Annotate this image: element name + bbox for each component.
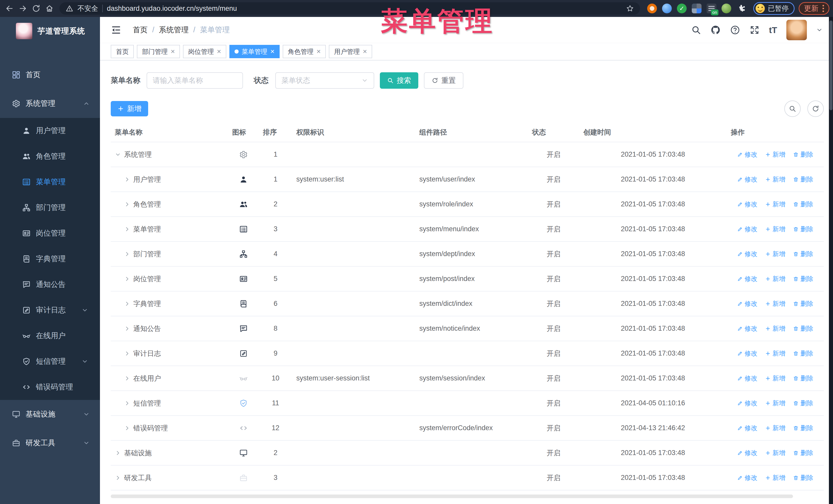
- sidebar-collapse-icon[interactable]: [111, 25, 121, 35]
- add-link[interactable]: 新增: [765, 349, 785, 358]
- delete-link[interactable]: 删除: [793, 349, 813, 358]
- breadcrumb-item[interactable]: 系统管理: [159, 25, 189, 35]
- table-row[interactable]: 在线用户10system:user-session:listsystem/ses…: [111, 366, 824, 391]
- edit-link[interactable]: 修改: [737, 449, 757, 457]
- table-row[interactable]: 通知公告8system/notice/index开启2021-01-05 17:…: [111, 316, 824, 341]
- table-row[interactable]: 部门管理4system/dept/index开启2021-01-05 17:03…: [111, 241, 824, 266]
- delete-link[interactable]: 删除: [793, 150, 813, 159]
- sidebar-item-6[interactable]: 通知公告: [0, 272, 100, 297]
- add-link[interactable]: 新增: [765, 474, 785, 482]
- bookmark-star-icon[interactable]: [626, 5, 634, 12]
- browser-reload-button[interactable]: [30, 3, 42, 14]
- sidebar-item-group-3[interactable]: 研发工具: [0, 429, 100, 457]
- table-row[interactable]: 系统管理1开启2021-01-05 17:03:48修改新增删除: [111, 142, 824, 167]
- add-link[interactable]: 新增: [765, 175, 785, 184]
- sidebar-item-8[interactable]: 在线用户: [0, 323, 100, 349]
- close-icon[interactable]: ×: [171, 48, 175, 55]
- add-link[interactable]: 新增: [765, 200, 785, 209]
- address-bar[interactable]: 不安全 dashboard.yudao.iocoder.cn/system/me…: [60, 2, 640, 15]
- ext-orange[interactable]: [647, 4, 657, 13]
- add-link[interactable]: 新增: [765, 399, 785, 407]
- ext-check[interactable]: ✓: [677, 4, 687, 13]
- ext-monkey[interactable]: [721, 4, 731, 13]
- add-link[interactable]: 新增: [765, 449, 785, 457]
- tab-角色管理[interactable]: 角色管理×: [283, 45, 326, 58]
- table-row[interactable]: 岗位管理5system/post/index开启2021-01-05 17:03…: [111, 266, 824, 291]
- chevron-down-icon[interactable]: [816, 27, 823, 33]
- sidebar-item-group-1[interactable]: 系统管理: [0, 89, 100, 118]
- sidebar-item-9[interactable]: 短信管理: [0, 349, 100, 374]
- delete-link[interactable]: 删除: [793, 299, 813, 308]
- search-button[interactable]: 搜索: [380, 72, 418, 89]
- delete-link[interactable]: 删除: [793, 175, 813, 184]
- delete-link[interactable]: 删除: [793, 424, 813, 432]
- sidebar-item-7[interactable]: 审计日志: [0, 297, 100, 323]
- table-row[interactable]: 研发工具3开启2021-01-05 17:03:48修改新增删除: [111, 465, 824, 490]
- browser-profile-chip[interactable]: 已暂停: [753, 2, 794, 15]
- page-scrollbar[interactable]: [829, 17, 833, 504]
- delete-link[interactable]: 删除: [793, 274, 813, 283]
- table-row[interactable]: 角色管理2system/role/index开启2021-01-05 17:03…: [111, 192, 824, 217]
- tab-用户管理[interactable]: 用户管理×: [329, 45, 372, 58]
- edit-link[interactable]: 修改: [737, 225, 757, 233]
- table-row[interactable]: 基础设施2开启2021-01-05 17:03:48修改新增删除: [111, 440, 824, 465]
- font-size-icon[interactable]: tT: [769, 25, 777, 35]
- edit-link[interactable]: 修改: [737, 175, 757, 184]
- table-row[interactable]: 用户管理1system:user:listsystem/user/index开启…: [111, 167, 824, 192]
- table-row[interactable]: 短信管理11开启2021-04-05 01:10:16修改新增删除: [111, 391, 824, 415]
- edit-link[interactable]: 修改: [737, 424, 757, 432]
- github-icon[interactable]: [711, 25, 721, 35]
- tab-菜单管理[interactable]: 菜单管理×: [230, 45, 280, 58]
- edit-link[interactable]: 修改: [737, 200, 757, 209]
- add-button[interactable]: 新增: [111, 101, 148, 116]
- delete-link[interactable]: 删除: [793, 324, 813, 333]
- edit-link[interactable]: 修改: [737, 374, 757, 383]
- sidebar-item-0[interactable]: 用户管理: [0, 118, 100, 144]
- add-link[interactable]: 新增: [765, 250, 785, 258]
- close-icon[interactable]: ×: [217, 48, 221, 55]
- sidebar-item-3[interactable]: 部门管理: [0, 195, 100, 220]
- refresh-table-button[interactable]: [807, 100, 824, 117]
- delete-link[interactable]: 删除: [793, 200, 813, 209]
- toggle-search-button[interactable]: [784, 100, 801, 117]
- tab-部门管理[interactable]: 部门管理×: [137, 45, 180, 58]
- ext-puzzle[interactable]: [736, 4, 746, 13]
- sidebar-item-4[interactable]: 岗位管理: [0, 220, 100, 246]
- add-link[interactable]: 新增: [765, 299, 785, 308]
- sidebar-item-10[interactable]: 错误码管理: [0, 374, 100, 400]
- horizontal-scrollbar[interactable]: [111, 495, 793, 498]
- user-avatar[interactable]: [786, 20, 807, 40]
- add-link[interactable]: 新增: [765, 424, 785, 432]
- status-select[interactable]: 菜单状态: [275, 72, 374, 89]
- edit-link[interactable]: 修改: [737, 399, 757, 407]
- close-icon[interactable]: ×: [363, 48, 367, 55]
- scrollbar-thumb[interactable]: [829, 21, 832, 110]
- sidebar-item-2[interactable]: 菜单管理: [0, 169, 100, 195]
- delete-link[interactable]: 删除: [793, 250, 813, 258]
- add-link[interactable]: 新增: [765, 274, 785, 283]
- edit-link[interactable]: 修改: [737, 299, 757, 308]
- delete-link[interactable]: 删除: [793, 474, 813, 482]
- add-link[interactable]: 新增: [765, 150, 785, 159]
- tab-首页[interactable]: 首页: [111, 45, 134, 58]
- search-icon[interactable]: [691, 25, 701, 35]
- fullscreen-icon[interactable]: [749, 25, 760, 35]
- browser-update-button[interactable]: 更新: [799, 2, 829, 15]
- add-link[interactable]: 新增: [765, 225, 785, 233]
- table-row[interactable]: 审计日志9开启2021-01-05 17:03:48修改新增删除: [111, 341, 824, 366]
- tab-岗位管理[interactable]: 岗位管理×: [183, 45, 226, 58]
- delete-link[interactable]: 删除: [793, 399, 813, 407]
- sidebar-item-1[interactable]: 角色管理: [0, 144, 100, 169]
- edit-link[interactable]: 修改: [737, 274, 757, 283]
- breadcrumb-item[interactable]: 首页: [133, 25, 148, 35]
- browser-forward-button[interactable]: [17, 3, 29, 14]
- table-row[interactable]: 菜单管理3system/menu/index开启2021-01-05 17:03…: [111, 217, 824, 241]
- table-row[interactable]: 字典管理6system/dict/index开启2021-01-05 17:03…: [111, 291, 824, 316]
- help-icon[interactable]: [730, 25, 740, 35]
- delete-link[interactable]: 删除: [793, 225, 813, 233]
- edit-link[interactable]: 修改: [737, 324, 757, 333]
- add-link[interactable]: 新增: [765, 324, 785, 333]
- reset-button[interactable]: 重置: [424, 72, 463, 89]
- table-row[interactable]: 错误码管理12system/errorCode/index开启2021-04-1…: [111, 415, 824, 440]
- delete-link[interactable]: 删除: [793, 374, 813, 383]
